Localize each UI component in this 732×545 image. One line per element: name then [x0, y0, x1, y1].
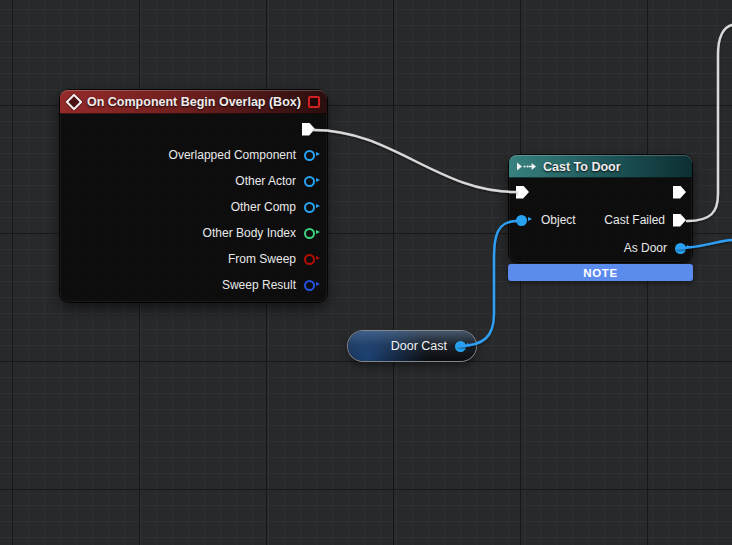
cast-arrow-icon	[517, 161, 536, 172]
cast-node-title: Cast To Door	[543, 160, 621, 174]
cast-exec-in-pin[interactable]	[516, 186, 529, 199]
pin-label: Other Comp	[231, 200, 296, 214]
event-node-title: On Component Begin Overlap (Box)	[87, 95, 301, 109]
event-diamond-icon	[66, 94, 83, 111]
other-body-index-pin[interactable]	[304, 228, 315, 239]
note-bubble[interactable]: NOTE	[508, 264, 693, 281]
pin-label: Sweep Result	[222, 278, 296, 292]
exec-wire-cast-failed-out[interactable]	[687, 25, 732, 221]
event-pin-row: Sweep Result	[60, 272, 327, 298]
other-actor-pin[interactable]	[304, 176, 315, 187]
pin-label: Other Body Index	[203, 226, 296, 240]
sweep-result-pin[interactable]	[304, 280, 315, 291]
cast-exec-out-pin[interactable]	[673, 186, 686, 199]
event-pin-row: Other Body Index	[60, 220, 327, 246]
event-pin-row: Other Actor	[60, 168, 327, 194]
from-sweep-pin[interactable]	[304, 254, 315, 265]
node-door-cast-getter[interactable]: Door Cast	[348, 331, 476, 361]
event-exec-out-pin[interactable]	[302, 123, 315, 136]
event-pin-row: From Sweep	[60, 246, 327, 272]
delegate-pin[interactable]	[308, 96, 320, 108]
cast-failed-pin[interactable]	[673, 214, 686, 227]
pin-label: Other Actor	[235, 174, 296, 188]
event-pin-row: Overlapped Component	[60, 142, 327, 168]
cast-node-header[interactable]: Cast To Door	[509, 155, 692, 178]
event-pin-row: Other Comp	[60, 194, 327, 220]
as-door-label: As Door	[624, 241, 667, 255]
event-node-header[interactable]: On Component Begin Overlap (Box)	[60, 90, 327, 114]
cast-failed-label: Cast Failed	[604, 213, 665, 227]
node-on-component-begin-overlap[interactable]: On Component Begin Overlap (Box) Overlap…	[60, 90, 327, 302]
object-pin-label: Object	[541, 213, 576, 227]
overlapped-component-pin[interactable]	[304, 150, 315, 161]
exec-wire-event-to-cast[interactable]	[314, 130, 516, 192]
pin-label: From Sweep	[228, 252, 296, 266]
node-cast-to-door[interactable]: Cast To Door Object Cast Failed As Door	[509, 155, 692, 262]
other-comp-pin[interactable]	[304, 202, 315, 213]
variable-label: Door Cast	[391, 339, 447, 353]
blueprint-canvas[interactable]: On Component Begin Overlap (Box) Overlap…	[0, 0, 732, 545]
pin-label: Overlapped Component	[169, 148, 296, 162]
